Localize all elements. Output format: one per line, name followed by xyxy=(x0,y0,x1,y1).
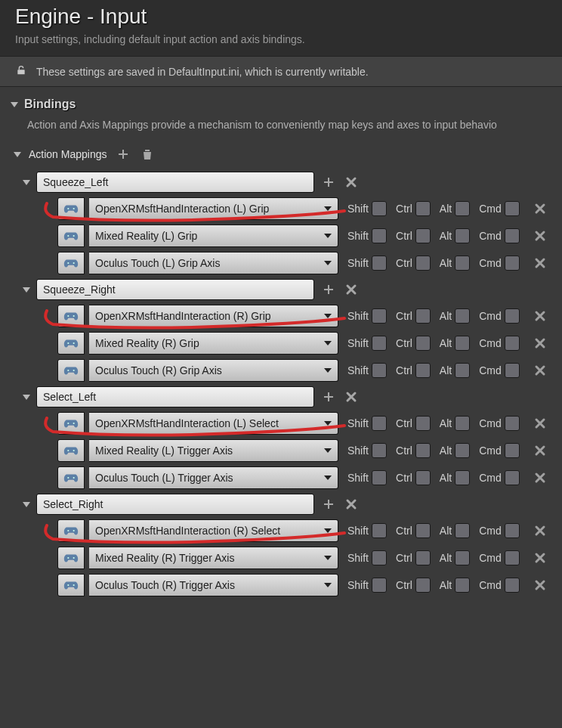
mod-alt-checkbox[interactable] xyxy=(455,308,470,324)
gamepad-icon[interactable] xyxy=(57,519,85,542)
clear-actions-button[interactable] xyxy=(139,146,156,163)
expand-toggle[interactable] xyxy=(23,502,30,507)
mod-cmd-checkbox[interactable] xyxy=(505,201,520,216)
mod-shift-checkbox[interactable] xyxy=(372,308,387,324)
mod-ctrl-checkbox[interactable] xyxy=(415,228,431,243)
mod-alt-checkbox[interactable] xyxy=(455,523,470,538)
remove-binding-button[interactable] xyxy=(532,522,548,539)
mod-ctrl-checkbox[interactable] xyxy=(415,550,431,565)
mod-shift-checkbox[interactable] xyxy=(372,443,387,458)
mod-shift-checkbox[interactable] xyxy=(372,228,387,243)
mod-shift-checkbox[interactable] xyxy=(372,336,387,351)
gamepad-icon[interactable] xyxy=(57,197,85,220)
mod-alt-checkbox[interactable] xyxy=(455,363,470,378)
mod-ctrl-checkbox[interactable] xyxy=(415,578,431,593)
action-name-input[interactable] xyxy=(36,494,314,515)
mod-alt-checkbox[interactable] xyxy=(455,470,470,485)
mod-ctrl-checkbox[interactable] xyxy=(415,416,431,431)
remove-action-button[interactable] xyxy=(343,389,360,405)
remove-action-button[interactable] xyxy=(343,174,360,191)
mod-ctrl-checkbox[interactable] xyxy=(415,363,431,378)
add-binding-button[interactable] xyxy=(320,496,337,513)
key-selector[interactable]: OpenXRMsftHandInteraction (L) Grip xyxy=(89,197,338,220)
gamepad-icon[interactable] xyxy=(57,466,85,489)
mod-ctrl-checkbox[interactable] xyxy=(415,470,431,485)
mod-shift-checkbox[interactable] xyxy=(372,470,387,485)
action-name-input[interactable] xyxy=(36,279,314,300)
add-binding-button[interactable] xyxy=(320,281,337,298)
mod-cmd-checkbox[interactable] xyxy=(505,523,520,538)
key-selector[interactable]: Oculus Touch (L) Trigger Axis xyxy=(89,466,338,489)
mod-ctrl-checkbox[interactable] xyxy=(415,443,431,458)
remove-binding-button[interactable] xyxy=(532,200,548,217)
mod-cmd-checkbox[interactable] xyxy=(505,578,520,593)
mod-shift-checkbox[interactable] xyxy=(372,256,387,271)
key-selector[interactable]: OpenXRMsftHandInteraction (R) Select xyxy=(89,519,338,542)
add-action-button[interactable] xyxy=(115,146,131,163)
mod-alt-checkbox[interactable] xyxy=(455,416,470,431)
key-selector[interactable]: Mixed Reality (L) Grip xyxy=(89,225,338,247)
gamepad-icon[interactable] xyxy=(57,359,85,382)
remove-binding-button[interactable] xyxy=(532,228,548,244)
mod-shift-checkbox[interactable] xyxy=(372,363,387,378)
remove-binding-button[interactable] xyxy=(532,255,548,271)
expand-toggle[interactable] xyxy=(23,395,30,400)
mod-ctrl-checkbox[interactable] xyxy=(415,256,431,271)
key-selector[interactable]: Oculus Touch (L) Grip Axis xyxy=(89,252,338,274)
mod-alt-checkbox[interactable] xyxy=(455,578,470,593)
mod-alt-checkbox[interactable] xyxy=(455,550,470,565)
mod-alt-checkbox[interactable] xyxy=(455,201,470,216)
remove-action-button[interactable] xyxy=(343,496,360,513)
remove-binding-button[interactable] xyxy=(532,335,548,352)
mod-shift-checkbox[interactable] xyxy=(372,523,387,538)
gamepad-icon[interactable] xyxy=(57,252,85,274)
key-selector[interactable]: Oculus Touch (R) Grip Axis xyxy=(89,359,338,382)
gamepad-icon[interactable] xyxy=(57,412,85,435)
gamepad-icon[interactable] xyxy=(57,439,85,462)
mod-cmd-checkbox[interactable] xyxy=(505,470,520,485)
mod-shift-checkbox[interactable] xyxy=(372,578,387,593)
action-name-input[interactable] xyxy=(36,172,314,193)
gamepad-icon[interactable] xyxy=(57,305,85,327)
mod-cmd-checkbox[interactable] xyxy=(505,228,520,243)
mod-shift-checkbox[interactable] xyxy=(372,416,387,431)
mod-alt-checkbox[interactable] xyxy=(455,336,470,351)
key-selector[interactable]: OpenXRMsftHandInteraction (L) Select xyxy=(89,412,338,435)
gamepad-icon[interactable] xyxy=(57,547,85,569)
mod-ctrl-checkbox[interactable] xyxy=(415,523,431,538)
mod-alt-checkbox[interactable] xyxy=(455,443,470,458)
mod-alt-checkbox[interactable] xyxy=(455,256,470,271)
add-binding-button[interactable] xyxy=(320,174,337,191)
key-selector[interactable]: Mixed Reality (R) Trigger Axis xyxy=(89,547,338,569)
key-selector[interactable]: Mixed Reality (R) Grip xyxy=(89,332,338,355)
mod-ctrl-checkbox[interactable] xyxy=(415,201,431,216)
mod-cmd-checkbox[interactable] xyxy=(505,363,520,378)
mod-alt-checkbox[interactable] xyxy=(455,228,470,243)
mod-shift-checkbox[interactable] xyxy=(372,550,387,565)
mod-cmd-checkbox[interactable] xyxy=(505,416,520,431)
mod-cmd-checkbox[interactable] xyxy=(505,256,520,271)
remove-binding-button[interactable] xyxy=(532,442,548,459)
expand-toggle[interactable] xyxy=(11,102,18,107)
remove-binding-button[interactable] xyxy=(532,362,548,379)
expand-toggle[interactable] xyxy=(23,287,30,293)
gamepad-icon[interactable] xyxy=(57,332,85,355)
remove-action-button[interactable] xyxy=(343,281,360,298)
remove-binding-button[interactable] xyxy=(532,577,548,593)
key-selector[interactable]: OpenXRMsftHandInteraction (R) Grip xyxy=(89,305,338,327)
gamepad-icon[interactable] xyxy=(57,574,85,596)
mod-cmd-checkbox[interactable] xyxy=(505,308,520,324)
gamepad-icon[interactable] xyxy=(57,225,85,247)
action-name-input[interactable] xyxy=(36,386,314,407)
expand-toggle[interactable] xyxy=(23,180,30,185)
key-selector[interactable]: Oculus Touch (R) Trigger Axis xyxy=(89,574,338,596)
mod-cmd-checkbox[interactable] xyxy=(505,443,520,458)
remove-binding-button[interactable] xyxy=(532,550,548,566)
mod-cmd-checkbox[interactable] xyxy=(505,336,520,351)
mod-cmd-checkbox[interactable] xyxy=(505,550,520,565)
remove-binding-button[interactable] xyxy=(532,469,548,486)
mod-ctrl-checkbox[interactable] xyxy=(415,308,431,324)
mod-ctrl-checkbox[interactable] xyxy=(415,336,431,351)
mod-shift-checkbox[interactable] xyxy=(372,201,387,216)
key-selector[interactable]: Mixed Reality (L) Trigger Axis xyxy=(89,439,338,462)
